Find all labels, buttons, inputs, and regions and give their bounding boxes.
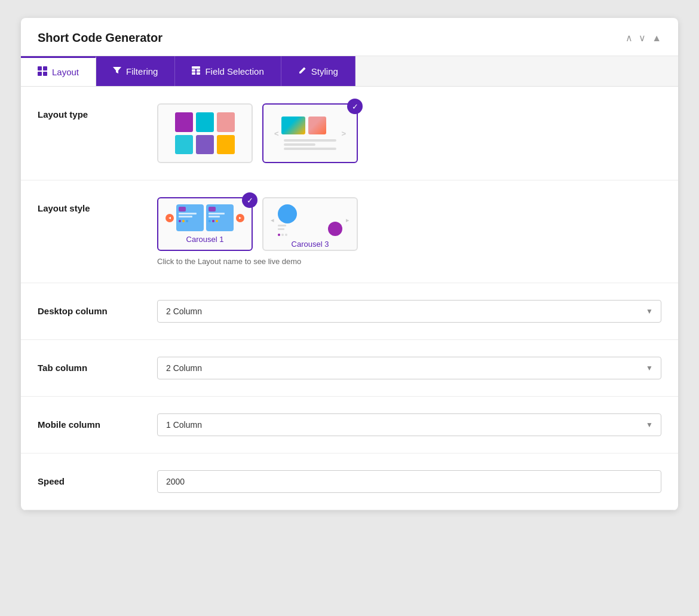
carousel-thumb: < <box>274 117 346 150</box>
carousel-left-arrow: < <box>274 129 279 138</box>
carousel1-label[interactable]: Carousel 1 <box>186 235 224 244</box>
c3-dots <box>278 234 287 236</box>
layout-style-carousel1[interactable]: ✓ ◂ <box>157 197 253 251</box>
carousel3-label[interactable]: Carousel 3 <box>292 240 329 249</box>
grid-cell-6 <box>217 135 235 155</box>
desktop-column-wrapper: 1 Column 2 Column 3 Column 4 Column ▼ <box>157 300 661 323</box>
collapse-up-button[interactable]: ∧ <box>626 32 633 44</box>
expand-button[interactable]: ▲ <box>652 33 661 44</box>
tab-styling[interactable]: Styling <box>281 56 355 86</box>
c3-line-1 <box>278 225 286 226</box>
tab-styling-label: Styling <box>311 66 338 76</box>
c3-line-2 <box>278 228 284 230</box>
c1-dots-2 <box>209 220 231 222</box>
mobile-column-section: Mobile column 1 Column 2 Column 3 Column… <box>21 397 678 453</box>
selected-check-badge: ✓ <box>347 99 363 114</box>
svg-rect-8 <box>197 72 200 75</box>
svg-rect-5 <box>192 69 195 72</box>
c1-quote-1 <box>179 207 186 212</box>
c1-line-2 <box>179 216 192 217</box>
speed-content <box>157 470 661 493</box>
panel-content: Layout type <box>21 87 678 510</box>
tab-field-selection[interactable]: Field Selection <box>175 56 281 86</box>
tab-layout-label: Layout <box>52 67 79 77</box>
grid-cell-5 <box>196 135 214 155</box>
c1-line-1 <box>179 213 197 214</box>
grid-cell-2 <box>196 112 214 132</box>
mobile-column-wrapper: 1 Column 2 Column 3 Column ▼ <box>157 413 661 436</box>
c3-circle-big <box>278 204 297 223</box>
grid-cell-4 <box>175 135 193 155</box>
layout-type-grid[interactable] <box>157 103 253 163</box>
demo-hint: Click to the Layout name to see live dem… <box>157 257 661 266</box>
carousel-line-1 <box>284 139 337 142</box>
carousel-lines <box>281 139 339 150</box>
layout-style-carousel3[interactable]: ◂ <box>262 197 358 251</box>
c1-right-arrow: ▸ <box>236 214 244 222</box>
c1-card-1 <box>176 204 204 231</box>
tab-column-section: Tab column 1 Column 2 Column 3 Column 4 … <box>21 340 678 397</box>
layout-type-carousel[interactable]: ✓ < <box>262 103 358 163</box>
layout-style-thumbnails: ✓ ◂ <box>157 197 661 251</box>
desktop-column-select[interactable]: 1 Column 2 Column 3 Column 4 Column <box>157 300 661 323</box>
tab-column-wrapper: 1 Column 2 Column 3 Column 4 Column ▼ <box>157 357 661 379</box>
mobile-column-select[interactable]: 1 Column 2 Column 3 Column <box>157 413 661 436</box>
tab-column-select[interactable]: 1 Column 2 Column 3 Column 4 Column <box>157 357 661 379</box>
c1-card-2 <box>206 204 234 231</box>
layout-icon <box>38 66 47 78</box>
carousel1-thumb-img: ◂ <box>165 204 244 231</box>
short-code-generator-panel: Short Code Generator ∧ ∨ ▲ Layout <box>21 18 678 510</box>
collapse-down-button[interactable]: ∨ <box>639 32 646 44</box>
panel-header: Short Code Generator ∧ ∨ ▲ <box>21 18 678 56</box>
pencil-icon <box>298 66 306 76</box>
table-icon <box>192 66 200 76</box>
speed-input[interactable] <box>157 470 661 493</box>
c3-lines <box>278 225 287 236</box>
grid-cell-3 <box>217 112 235 132</box>
svg-rect-6 <box>197 69 200 72</box>
panel-controls: ∧ ∨ ▲ <box>626 32 661 44</box>
grid-cell-1 <box>175 112 193 132</box>
speed-label: Speed <box>38 470 133 486</box>
svg-rect-0 <box>38 66 42 71</box>
speed-section: Speed <box>21 453 678 510</box>
svg-rect-7 <box>192 72 195 75</box>
filter-icon <box>113 66 121 76</box>
tab-field-selection-label: Field Selection <box>205 66 263 76</box>
c3-right-arrow: ▸ <box>346 216 350 224</box>
layout-type-content: ✓ < <box>157 103 661 163</box>
tab-layout[interactable]: Layout <box>21 56 96 86</box>
layout-style-section: Layout style ✓ ◂ <box>21 180 678 283</box>
layout-type-thumbnails: ✓ < <box>157 103 661 163</box>
tabs-bar: Layout Filtering Field Selection <box>21 56 678 87</box>
mobile-column-content: 1 Column 2 Column 3 Column ▼ <box>157 413 661 436</box>
layout-style-content: ✓ ◂ <box>157 197 661 266</box>
svg-rect-3 <box>43 72 47 76</box>
layout-type-section: Layout type <box>21 87 678 180</box>
mobile-column-label: Mobile column <box>38 413 133 430</box>
c1-quote-2 <box>209 207 216 212</box>
c3-circle-sm <box>328 222 342 236</box>
carousel-right-arrow: > <box>341 129 346 138</box>
layout-type-label: Layout type <box>38 103 133 119</box>
svg-rect-2 <box>38 72 42 76</box>
desktop-column-section: Desktop column 1 Column 2 Column 3 Colum… <box>21 283 678 340</box>
speed-wrapper <box>157 470 661 493</box>
carousel-thumb-content <box>281 117 339 150</box>
tab-filtering[interactable]: Filtering <box>96 56 175 86</box>
c1-line-4 <box>209 216 220 217</box>
carousel1-check-badge: ✓ <box>242 192 257 208</box>
tab-column-label: Tab column <box>38 357 133 373</box>
c3-left-arrow: ◂ <box>271 216 274 224</box>
svg-rect-1 <box>43 66 47 71</box>
grid-thumb <box>175 112 235 154</box>
carousel-line-2 <box>284 143 315 146</box>
desktop-column-content: 1 Column 2 Column 3 Column 4 Column ▼ <box>157 300 661 323</box>
c1-dots-1 <box>179 220 201 222</box>
desktop-column-label: Desktop column <box>38 300 133 316</box>
tab-filtering-label: Filtering <box>126 66 158 76</box>
carousel3-thumb-img: ◂ <box>271 204 350 236</box>
layout-style-label: Layout style <box>38 197 133 213</box>
tab-column-content: 1 Column 2 Column 3 Column 4 Column ▼ <box>157 357 661 379</box>
panel-title: Short Code Generator <box>38 31 163 45</box>
